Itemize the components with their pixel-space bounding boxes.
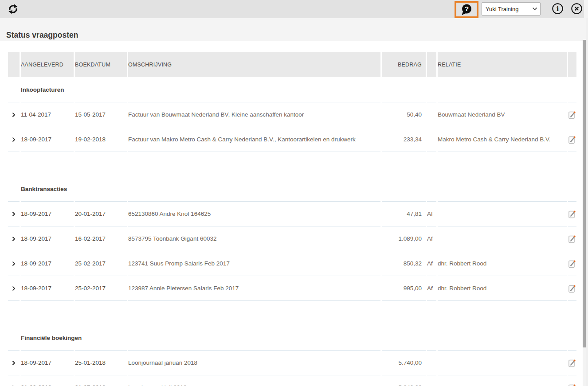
page-title: Status vraagposten (6, 31, 78, 40)
cell-boekdatum: 15-05-2017 (75, 102, 127, 127)
refresh-icon (8, 4, 19, 15)
cell-omschrijving: 123987 Annie Pietersen Salaris Feb 2017 (128, 276, 380, 300)
cell-omschrijving: Loonjournaal januari 2018 (128, 350, 380, 375)
expand-row-button[interactable] (8, 226, 20, 251)
top-toolbar: ? Yuki Training i (0, 0, 584, 18)
close-circle-icon (571, 3, 583, 15)
cell-boekdatum: 19-02-2018 (75, 127, 127, 152)
help-button[interactable]: ? (461, 4, 473, 16)
edit-note-pencil-icon (568, 359, 576, 367)
cell-relatie: dhr. Robbert Rood (438, 276, 567, 300)
scrollbar-thumb[interactable] (583, 40, 586, 347)
expand-row-button[interactable] (8, 127, 20, 152)
edit-note-pencil-icon (568, 234, 576, 243)
cell-boekdatum: 31-07-2018 (75, 375, 127, 386)
cell-af (427, 350, 436, 375)
section-spacer (8, 300, 576, 325)
vertical-scrollbar[interactable] (583, 40, 586, 386)
section-header-row: Financiële boekingen (8, 325, 576, 350)
table-row[interactable]: 21-09-2018 31-07-2018 Loonjournaal juli … (8, 375, 576, 386)
cell-af: Af (427, 226, 436, 251)
table-row[interactable]: 18-09-2017 25-01-2018 Loonjournaal janua… (8, 350, 576, 375)
cell-relatie (438, 226, 567, 251)
right-edge-strip (586, 18, 588, 386)
cell-bedrag: 233,34 (382, 127, 426, 152)
column-header-aangeleverd: AANGELEVERD (21, 52, 74, 77)
table-row[interactable]: 18-09-2017 25-02-2017 123741 Suus Promp … (8, 251, 576, 276)
expand-row-button[interactable] (8, 201, 20, 226)
cell-bedrag: 5.240,00 (382, 375, 426, 386)
info-button[interactable]: i (552, 3, 564, 15)
cell-af: Af (427, 276, 436, 300)
section-spacer (8, 152, 576, 176)
section-header-row: Inkoopfacturen (8, 77, 576, 102)
chevron-right-icon (12, 137, 16, 142)
company-select[interactable]: Yuki Training (482, 2, 541, 16)
cell-bedrag: 47,81 (382, 201, 426, 226)
edit-note-pencil-icon (568, 110, 576, 119)
chevron-right-icon (12, 286, 16, 291)
header-edit-col (568, 52, 576, 77)
cell-relatie (438, 350, 567, 375)
chevron-right-icon (12, 261, 16, 266)
edit-note-pencil-icon (568, 135, 576, 144)
cell-bedrag: 850,32 (382, 251, 426, 276)
edit-button[interactable] (568, 276, 576, 300)
cell-af (427, 375, 436, 386)
cell-af: Af (427, 201, 436, 226)
edit-note-pencil-icon (568, 259, 576, 268)
section-header-row: Banktransacties (8, 176, 576, 201)
table-row[interactable]: 11-04-2017 15-05-2017 Factuur van Bouwma… (8, 102, 576, 127)
cell-boekdatum: 25-02-2017 (75, 251, 127, 276)
refresh-button[interactable] (8, 4, 19, 15)
info-circle-icon: i (552, 3, 564, 15)
cell-relatie: Makro Metro Cash & Carry Nederland B.V. (438, 127, 567, 152)
column-header-omschrijving: OMSCHRIJVING (128, 52, 380, 77)
table-body: Inkoopfacturen 11-04-2017 15-05-2017 Fac… (8, 77, 576, 386)
table-row[interactable]: 18-09-2017 25-02-2017 123987 Annie Piete… (8, 276, 576, 300)
cell-omschrijving: 8573795 Toonbank Gigant 60032 (128, 226, 380, 251)
cell-bedrag: 5.740,00 (382, 350, 426, 375)
vraagposten-table: AANGELEVERD BOEKDATUM OMSCHRIJVING BEDRA… (8, 52, 576, 386)
edit-note-pencil-icon (568, 210, 576, 218)
edit-button[interactable] (568, 226, 576, 251)
cell-relatie (438, 201, 567, 226)
cell-boekdatum: 16-02-2017 (75, 226, 127, 251)
expand-row-button[interactable] (8, 251, 20, 276)
table-row[interactable]: 18-09-2017 19-02-2018 Factuur van Makro … (8, 127, 576, 152)
cell-aangeleverd: 11-04-2017 (21, 102, 74, 127)
edit-button[interactable] (568, 251, 576, 276)
cell-aangeleverd: 18-09-2017 (21, 226, 74, 251)
close-button[interactable] (571, 3, 583, 15)
edit-button[interactable] (568, 102, 576, 127)
edit-note-pencil-icon (568, 284, 576, 293)
cell-relatie: dhr. Robbert Rood (438, 251, 567, 276)
expand-row-button[interactable] (8, 276, 20, 300)
chevron-right-icon (12, 112, 16, 117)
help-bubble-question-icon: ? (461, 4, 473, 16)
svg-text:i: i (557, 5, 559, 13)
cell-omschrijving: Loonjournaal juli 2018 (128, 375, 380, 386)
edit-button[interactable] (568, 201, 576, 226)
cell-omschrijving: Factuur van Makro Metro Cash & Carry Ned… (128, 127, 380, 152)
expand-row-button[interactable] (8, 350, 20, 375)
cell-omschrijving: 123741 Suus Promp Salaris Feb 2017 (128, 251, 380, 276)
edit-button[interactable] (568, 375, 576, 386)
table-row[interactable]: 18-09-2017 20-01-2017 652130860 Andre Kn… (8, 201, 576, 226)
edit-button[interactable] (568, 350, 576, 375)
section-title: Banktransacties (21, 176, 576, 201)
cell-bedrag: 1.089,00 (382, 226, 426, 251)
cell-omschrijving: 652130860 Andre Knol 164625 (128, 201, 380, 226)
header-af-col (427, 52, 436, 77)
column-header-bedrag: BEDRAG (382, 52, 426, 77)
cell-aangeleverd: 18-09-2017 (21, 251, 74, 276)
expand-row-button[interactable] (8, 102, 20, 127)
edit-note-pencil-icon (568, 383, 576, 386)
column-header-relatie: RELATIE (438, 52, 567, 77)
section-title: Inkoopfacturen (21, 77, 576, 102)
cell-boekdatum: 25-02-2017 (75, 276, 127, 300)
cell-omschrijving: Factuur van Bouwmaat Nederland BV, Klein… (128, 102, 380, 127)
expand-row-button[interactable] (8, 375, 20, 386)
edit-button[interactable] (568, 127, 576, 152)
table-row[interactable]: 18-09-2017 16-02-2017 8573795 Toonbank G… (8, 226, 576, 251)
